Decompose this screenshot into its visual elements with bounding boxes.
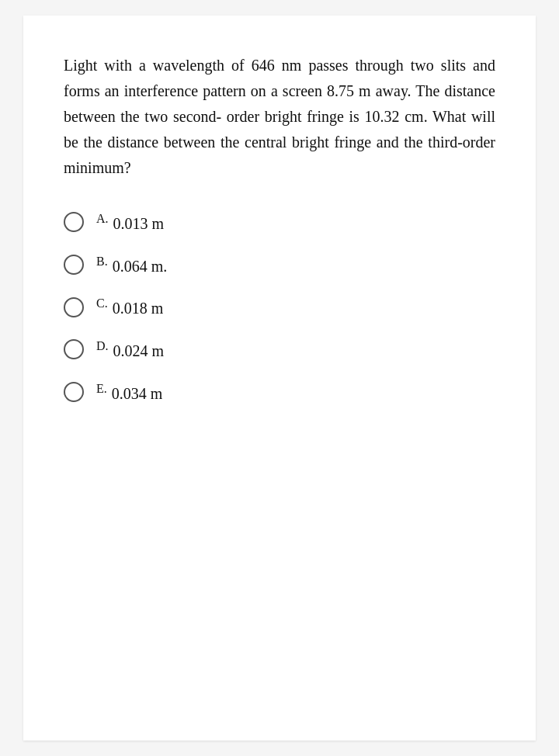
options-list: A. 0.013 mB. 0.064 m.C. 0.018 mD. 0.024 … — [64, 212, 495, 402]
option-item-e[interactable]: E. 0.034 m — [64, 382, 495, 403]
option-letter-c: C. — [96, 297, 111, 310]
radio-b[interactable] — [64, 255, 84, 275]
radio-e[interactable] — [64, 382, 84, 402]
option-letter-d: D. — [96, 339, 112, 352]
radio-d[interactable] — [64, 339, 84, 359]
option-label-d: D. 0.024 m — [96, 339, 164, 360]
option-label-e: E. 0.034 m — [96, 382, 162, 403]
option-letter-b: B. — [96, 255, 111, 268]
option-label-a: A. 0.013 m — [96, 212, 164, 233]
option-label-b: B. 0.064 m. — [96, 255, 167, 276]
page-container: Light with a wavelength of 646 nm passes… — [0, 0, 559, 756]
option-item-d[interactable]: D. 0.024 m — [64, 339, 495, 360]
option-letter-e: E. — [96, 382, 110, 395]
option-item-c[interactable]: C. 0.018 m — [64, 297, 495, 317]
question-card: Light with a wavelength of 646 nm passes… — [23, 16, 536, 740]
question-text: Light with a wavelength of 646 nm passes… — [64, 53, 495, 181]
radio-a[interactable] — [64, 212, 84, 232]
option-item-a[interactable]: A. 0.013 m — [64, 212, 495, 233]
radio-c[interactable] — [64, 297, 84, 317]
option-letter-a: A. — [96, 212, 112, 225]
option-label-c: C. 0.018 m — [96, 297, 163, 317]
option-item-b[interactable]: B. 0.064 m. — [64, 255, 495, 276]
